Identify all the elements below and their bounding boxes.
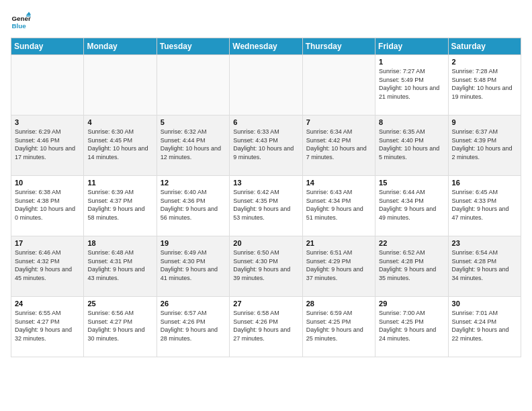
header-saturday: Saturday: [448, 38, 521, 55]
calendar-cell-2-3: 13Sunrise: 6:42 AMSunset: 4:35 PMDayligh…: [230, 176, 302, 236]
day-info: Sunrise: 6:56 AMSunset: 4:27 PMDaylight:…: [87, 309, 152, 342]
calendar-cell-3-6: 23Sunrise: 6:54 AMSunset: 4:28 PMDayligh…: [448, 236, 521, 297]
calendar-cell-1-3: 6Sunrise: 6:33 AMSunset: 4:43 PMDaylight…: [230, 116, 302, 176]
day-info: Sunrise: 7:01 AMSunset: 4:24 PMDaylight:…: [452, 309, 517, 342]
day-info: Sunrise: 6:44 AMSunset: 4:34 PMDaylight:…: [379, 188, 444, 222]
day-info: Sunrise: 6:48 AMSunset: 4:31 PMDaylight:…: [87, 248, 152, 282]
calendar-cell-4-0: 24Sunrise: 6:55 AMSunset: 4:27 PMDayligh…: [11, 297, 84, 357]
day-info: Sunrise: 7:00 AMSunset: 4:25 PMDaylight:…: [379, 309, 444, 342]
header-wednesday: Wednesday: [230, 38, 302, 55]
calendar-cell-2-0: 10Sunrise: 6:38 AMSunset: 4:38 PMDayligh…: [11, 176, 84, 236]
calendar-cell-0-3: [230, 55, 302, 116]
calendar-cell-2-4: 14Sunrise: 6:43 AMSunset: 4:34 PMDayligh…: [302, 176, 375, 236]
day-number: 26: [161, 300, 226, 308]
week-row-5: 24Sunrise: 6:55 AMSunset: 4:27 PMDayligh…: [11, 297, 521, 357]
header-sunday: Sunday: [11, 38, 84, 55]
header-friday: Friday: [375, 38, 448, 55]
header-monday: Monday: [84, 38, 157, 55]
day-number: 12: [161, 179, 226, 187]
day-number: 14: [306, 179, 371, 187]
calendar-cell-3-4: 21Sunrise: 6:51 AMSunset: 4:29 PMDayligh…: [302, 236, 375, 297]
calendar-cell-2-5: 15Sunrise: 6:44 AMSunset: 4:34 PMDayligh…: [375, 176, 448, 236]
week-row-1: 1Sunrise: 7:27 AMSunset: 5:49 PMDaylight…: [11, 55, 521, 116]
calendar-cell-3-5: 22Sunrise: 6:52 AMSunset: 4:28 PMDayligh…: [375, 236, 448, 297]
day-info: Sunrise: 6:37 AMSunset: 4:39 PMDaylight:…: [452, 128, 517, 161]
calendar-cell-4-4: 28Sunrise: 6:59 AMSunset: 4:25 PMDayligh…: [302, 297, 375, 357]
week-row-4: 17Sunrise: 6:46 AMSunset: 4:32 PMDayligh…: [11, 236, 521, 297]
calendar-cell-1-6: 9Sunrise: 6:37 AMSunset: 4:39 PMDaylight…: [448, 116, 521, 176]
calendar-cell-0-5: 1Sunrise: 7:27 AMSunset: 5:49 PMDaylight…: [375, 55, 448, 116]
day-info: Sunrise: 6:58 AMSunset: 4:26 PMDaylight:…: [233, 309, 298, 342]
logo: General Blue: [11, 11, 34, 31]
day-info: Sunrise: 6:35 AMSunset: 4:40 PMDaylight:…: [379, 128, 444, 161]
day-number: 17: [15, 239, 80, 247]
calendar: SundayMondayTuesdayWednesdayThursdayFrid…: [11, 38, 521, 357]
calendar-cell-1-0: 3Sunrise: 6:29 AMSunset: 4:46 PMDaylight…: [11, 116, 84, 176]
page-header: General Blue: [11, 11, 521, 31]
day-number: 1: [379, 58, 444, 66]
day-info: Sunrise: 6:57 AMSunset: 4:26 PMDaylight:…: [161, 309, 226, 342]
day-info: Sunrise: 6:39 AMSunset: 4:37 PMDaylight:…: [87, 188, 152, 222]
calendar-cell-4-6: 30Sunrise: 7:01 AMSunset: 4:24 PMDayligh…: [448, 297, 521, 357]
day-info: Sunrise: 6:49 AMSunset: 4:30 PMDaylight:…: [161, 248, 226, 282]
day-number: 23: [452, 239, 517, 247]
day-info: Sunrise: 7:27 AMSunset: 5:49 PMDaylight:…: [379, 67, 444, 101]
day-number: 15: [379, 179, 444, 187]
day-number: 2: [452, 58, 517, 66]
day-info: Sunrise: 6:34 AMSunset: 4:42 PMDaylight:…: [306, 128, 371, 161]
day-number: 7: [306, 118, 371, 126]
day-number: 11: [87, 179, 152, 187]
day-info: Sunrise: 6:59 AMSunset: 4:25 PMDaylight:…: [306, 309, 371, 342]
calendar-cell-3-3: 20Sunrise: 6:50 AMSunset: 4:30 PMDayligh…: [230, 236, 302, 297]
day-number: 28: [306, 300, 371, 308]
calendar-cell-1-1: 4Sunrise: 6:30 AMSunset: 4:45 PMDaylight…: [84, 116, 157, 176]
day-info: Sunrise: 6:38 AMSunset: 4:38 PMDaylight:…: [15, 188, 80, 222]
day-number: 10: [15, 179, 80, 187]
day-number: 21: [306, 239, 371, 247]
day-info: Sunrise: 6:52 AMSunset: 4:28 PMDaylight:…: [379, 248, 444, 282]
calendar-cell-4-5: 29Sunrise: 7:00 AMSunset: 4:25 PMDayligh…: [375, 297, 448, 357]
calendar-cell-0-4: [302, 55, 375, 116]
day-number: 16: [452, 179, 517, 187]
calendar-cell-3-1: 18Sunrise: 6:48 AMSunset: 4:31 PMDayligh…: [84, 236, 157, 297]
day-info: Sunrise: 6:55 AMSunset: 4:27 PMDaylight:…: [15, 309, 80, 342]
logo-icon: General Blue: [11, 11, 31, 31]
day-number: 18: [87, 239, 152, 247]
calendar-cell-0-1: [84, 55, 157, 116]
calendar-cell-1-4: 7Sunrise: 6:34 AMSunset: 4:42 PMDaylight…: [302, 116, 375, 176]
day-number: 6: [233, 118, 298, 126]
day-number: 24: [15, 300, 80, 308]
calendar-cell-3-2: 19Sunrise: 6:49 AMSunset: 4:30 PMDayligh…: [157, 236, 229, 297]
svg-text:Blue: Blue: [12, 22, 27, 30]
header-tuesday: Tuesday: [157, 38, 229, 55]
calendar-cell-2-2: 12Sunrise: 6:40 AMSunset: 4:36 PMDayligh…: [157, 176, 229, 236]
calendar-cell-3-0: 17Sunrise: 6:46 AMSunset: 4:32 PMDayligh…: [11, 236, 84, 297]
calendar-cell-0-2: [157, 55, 229, 116]
day-info: Sunrise: 6:46 AMSunset: 4:32 PMDaylight:…: [15, 248, 80, 282]
calendar-cell-2-6: 16Sunrise: 6:45 AMSunset: 4:33 PMDayligh…: [448, 176, 521, 236]
calendar-cell-1-2: 5Sunrise: 6:32 AMSunset: 4:44 PMDaylight…: [157, 116, 229, 176]
week-row-3: 10Sunrise: 6:38 AMSunset: 4:38 PMDayligh…: [11, 176, 521, 236]
day-info: Sunrise: 6:50 AMSunset: 4:30 PMDaylight:…: [233, 248, 298, 282]
day-info: Sunrise: 6:29 AMSunset: 4:46 PMDaylight:…: [15, 128, 80, 161]
day-number: 9: [452, 118, 517, 126]
day-number: 13: [233, 179, 298, 187]
calendar-cell-4-1: 25Sunrise: 6:56 AMSunset: 4:27 PMDayligh…: [84, 297, 157, 357]
day-number: 8: [379, 118, 444, 126]
day-number: 30: [452, 300, 517, 308]
day-info: Sunrise: 7:28 AMSunset: 5:48 PMDaylight:…: [452, 67, 517, 101]
day-number: 27: [233, 300, 298, 308]
day-info: Sunrise: 6:54 AMSunset: 4:28 PMDaylight:…: [452, 248, 517, 282]
day-number: 19: [161, 239, 226, 247]
day-info: Sunrise: 6:42 AMSunset: 4:35 PMDaylight:…: [233, 188, 298, 222]
week-row-2: 3Sunrise: 6:29 AMSunset: 4:46 PMDaylight…: [11, 116, 521, 176]
day-info: Sunrise: 6:33 AMSunset: 4:43 PMDaylight:…: [233, 128, 298, 161]
calendar-cell-0-0: [11, 55, 84, 116]
day-info: Sunrise: 6:43 AMSunset: 4:34 PMDaylight:…: [306, 188, 371, 222]
day-number: 20: [233, 239, 298, 247]
calendar-cell-0-6: 2Sunrise: 7:28 AMSunset: 5:48 PMDaylight…: [448, 55, 521, 116]
day-number: 29: [379, 300, 444, 308]
day-info: Sunrise: 6:40 AMSunset: 4:36 PMDaylight:…: [161, 188, 226, 222]
day-number: 25: [87, 300, 152, 308]
day-number: 22: [379, 239, 444, 247]
